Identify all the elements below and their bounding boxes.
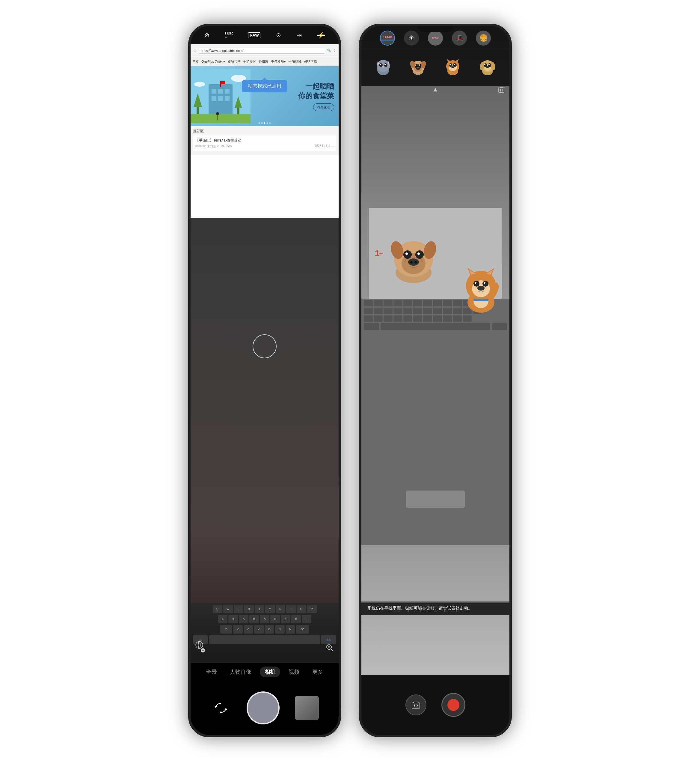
right-phone: 1+: [359, 24, 512, 737]
browser-overlay: ☆ https://www.oneplusbbs.com/ 🔍 ⋮ 首页 One…: [191, 44, 339, 218]
burger-icon: 🍔: [480, 34, 488, 42]
settings-icon[interactable]: ⚙: [195, 641, 203, 651]
right-notch: [417, 26, 453, 32]
post-stats: 15254 | 311 ...: [315, 144, 334, 149]
oneplus-logo: 1+: [375, 248, 383, 258]
filter-sun[interactable]: ☀: [404, 31, 419, 45]
svg-point-23: [328, 646, 330, 648]
nav-shop[interactable]: 一加商城: [288, 60, 302, 64]
gallery-thumbnail[interactable]: [295, 696, 319, 720]
nav-home[interactable]: 首页: [192, 60, 199, 64]
url-bar[interactable]: https://www.oneplusbbs.com/: [198, 48, 325, 54]
svg-point-47: [484, 282, 486, 283]
flash-icon[interactable]: ⚡: [317, 31, 325, 39]
key-f: F: [249, 615, 259, 623]
left-phone-screen: ⊘ HDR+ RAW ⊙ ⇥ ⚡ 动态模式已启用: [191, 26, 339, 735]
ar-pug-sticker[interactable]: [388, 233, 439, 285]
svg-point-58: [380, 64, 381, 65]
homepage-banner: 一起晒晒你的食堂菜 有奖互动: [191, 66, 339, 126]
nav-games[interactable]: 手游专区: [243, 60, 256, 64]
nav-resources[interactable]: 资源共享: [227, 60, 241, 64]
ar-photo-button[interactable]: [405, 694, 427, 716]
svg-point-48: [477, 286, 484, 291]
svg-point-45: [483, 281, 488, 287]
nav-more[interactable]: 更多板块▾: [271, 60, 286, 64]
laptop-background: 1+: [361, 26, 509, 675]
svg-rect-8: [225, 89, 230, 94]
ar-record-button[interactable]: [441, 693, 466, 717]
svg-point-79: [453, 63, 457, 67]
key-y: Y: [265, 605, 275, 613]
right-phone-screen: 1+: [361, 26, 509, 735]
key-q: Q: [213, 605, 222, 613]
mode-panorama[interactable]: 全景: [202, 667, 222, 677]
key-k: K: [291, 615, 301, 623]
svg-point-35: [408, 258, 419, 266]
svg-rect-6: [212, 89, 216, 94]
forum-content: 推荐区 【手游组】Terraria-泰拉瑞亚 kconline 未知区 2019…: [191, 126, 339, 155]
temp-icon[interactable]: ⇥: [297, 31, 302, 39]
svg-rect-5: [221, 81, 225, 84]
svg-point-32: [415, 251, 424, 259]
camera-controls: [191, 681, 339, 735]
svg-point-44: [473, 281, 480, 287]
ar-shiba-sticker[interactable]: [460, 266, 502, 314]
sticker-shiba-small[interactable]: [444, 58, 462, 78]
banner-building-svg: [191, 69, 250, 123]
svg-point-21: [327, 645, 331, 650]
key-m: M: [286, 625, 295, 634]
svg-point-81: [454, 64, 455, 65]
filter-temp-2[interactable]: TEMP: [428, 31, 443, 45]
svg-rect-14: [237, 107, 239, 114]
mode-video[interactable]: 视频: [284, 667, 304, 677]
mode-more[interactable]: 更多: [308, 667, 328, 677]
sticker-golden-small[interactable]: [478, 58, 497, 78]
sun-icon: ☀: [408, 34, 414, 42]
forum-post-1[interactable]: 【手游组】Terraria-泰拉瑞亚 kconline 未知区 2019-03-…: [193, 136, 336, 151]
temp-progress-bar: [381, 39, 394, 41]
dynamic-mode-tooltip: 动态模式已启用: [242, 80, 288, 92]
key-i: I: [286, 605, 296, 613]
svg-rect-9: [212, 96, 216, 101]
delete-sticker-button[interactable]: [498, 86, 505, 95]
banner-btn[interactable]: 有奖互动: [313, 103, 334, 111]
sticker-animals-row: [361, 50, 509, 86]
flip-camera-button[interactable]: [210, 697, 231, 719]
shutter-button[interactable]: [247, 691, 280, 724]
key-o: O: [297, 605, 306, 613]
post-meta-1: kconline 未知区 2019-03-07 15254 | 311 ...: [195, 144, 334, 149]
filter-burger[interactable]: 🍔: [476, 31, 491, 45]
mode-camera[interactable]: 相机: [260, 667, 280, 677]
svg-point-36: [410, 261, 412, 263]
sticker-pug-small[interactable]: [409, 58, 427, 78]
svg-point-71: [419, 64, 420, 66]
dot-5: [269, 122, 271, 124]
mode-portrait[interactable]: 人物肖像: [225, 667, 256, 677]
nav-app[interactable]: APP下载: [304, 60, 317, 64]
raw-icon[interactable]: RAW: [248, 32, 260, 38]
notch: [247, 26, 283, 32]
hdr-icon[interactable]: HDR+: [225, 31, 233, 39]
svg-point-99: [414, 704, 417, 707]
nav-oneplus7[interactable]: OnePlus 7系列▾: [202, 60, 225, 64]
ar-search-icon[interactable]: [325, 643, 334, 654]
svg-point-78: [449, 63, 453, 67]
svg-point-27: [220, 711, 222, 713]
filter-temp-1[interactable]: TEMP: [380, 31, 395, 45]
key-v: V: [254, 625, 264, 634]
sticker-cat[interactable]: [374, 58, 392, 78]
filter-hat[interactable]: 🎩: [452, 31, 467, 45]
timer-icon[interactable]: ⊘: [205, 31, 209, 39]
dot-1: [259, 122, 260, 124]
nav-photo[interactable]: 轻摄影: [259, 60, 269, 64]
more-icon-browser[interactable]: ⋮: [333, 49, 336, 52]
laptop-keyboard-area: [361, 299, 509, 545]
svg-rect-4: [220, 81, 221, 87]
search-icon-browser[interactable]: 🔍: [327, 49, 331, 52]
collapse-sticker-panel-button[interactable]: ▲: [433, 86, 438, 93]
dot-2: [261, 122, 263, 124]
svg-point-72: [416, 67, 420, 70]
svg-rect-11: [225, 96, 230, 101]
auto-icon[interactable]: ⊙: [276, 31, 281, 39]
banner-dots: [259, 122, 271, 124]
